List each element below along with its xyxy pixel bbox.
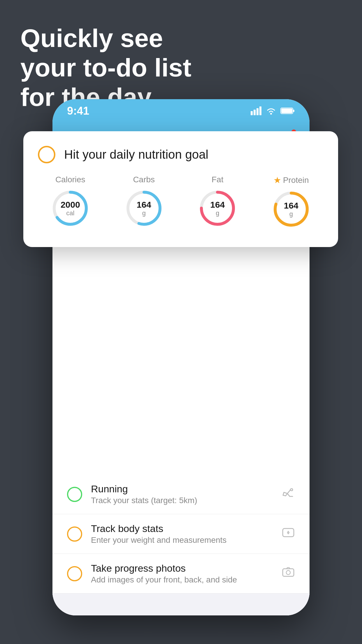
todo-sub-progress-photos: Add images of your front, back, and side — [91, 575, 273, 584]
todo-item-progress-photos[interactable]: Take progress photos Add images of your … — [52, 554, 310, 594]
svg-rect-6 — [293, 110, 294, 112]
photo-icon — [282, 566, 295, 581]
todo-sub-body-stats: Enter your weight and measurements — [91, 536, 273, 545]
status-bar: 9:41 — [52, 99, 310, 123]
wifi-icon — [266, 107, 276, 115]
protein-unit: g — [284, 210, 298, 218]
scale-icon — [282, 527, 295, 541]
fat-label: Fat — [212, 175, 223, 184]
todo-circle-body-stats — [67, 526, 82, 542]
status-time: 9:41 — [67, 105, 89, 117]
todo-item-body-stats[interactable]: Track body stats Enter your weight and m… — [52, 514, 310, 554]
todo-title-body-stats: Track body stats — [91, 523, 273, 534]
carbs-circle: 164 g — [124, 188, 164, 229]
nutrition-row: Calories 2000 cal Carbs — [38, 175, 324, 230]
calories-circle: 2000 cal — [50, 188, 91, 229]
todo-text-progress-photos: Take progress photos Add images of your … — [91, 563, 273, 584]
svg-rect-1 — [254, 110, 256, 115]
nutrition-item-calories: Calories 2000 cal — [50, 175, 91, 229]
carbs-value: 164 — [137, 200, 151, 209]
progress-section: MY PROGRESS Body Weight 100 kg — [52, 594, 310, 615]
status-icons — [251, 106, 295, 115]
calories-unit: cal — [61, 209, 80, 217]
protein-label: Protein — [283, 176, 309, 185]
carbs-unit: g — [137, 209, 151, 217]
todo-item-running[interactable]: Running Track your stats (target: 5km) — [52, 475, 310, 514]
todo-circle-running — [67, 487, 82, 502]
hero-text: Quickly see your to-do list for the day. — [20, 23, 191, 112]
svg-point-12 — [286, 570, 290, 575]
protein-value: 164 — [284, 201, 298, 210]
svg-rect-7 — [281, 108, 292, 113]
calories-value: 2000 — [61, 200, 80, 209]
protein-circle: 164 g — [271, 189, 312, 230]
todo-text-running: Running Track your stats (target: 5km) — [91, 483, 273, 505]
todo-list: Running Track your stats (target: 5km) T… — [52, 364, 310, 594]
calories-label: Calories — [55, 175, 85, 184]
svg-rect-0 — [251, 111, 253, 115]
floating-nutrition-card: Hit your daily nutrition goal Calories 2… — [23, 131, 338, 247]
protein-star-icon: ★ — [273, 175, 281, 185]
battery-icon — [280, 107, 295, 115]
nutrition-item-protein: ★ Protein 164 g — [271, 175, 312, 230]
fat-circle: 164 g — [197, 188, 238, 229]
svg-rect-3 — [259, 106, 261, 115]
todo-title-running: Running — [91, 483, 273, 495]
svg-rect-11 — [283, 569, 294, 576]
todo-title-progress-photos: Take progress photos — [91, 563, 273, 574]
todo-text-body-stats: Track body stats Enter your weight and m… — [91, 523, 273, 545]
svg-rect-2 — [256, 108, 259, 115]
fat-circle-value: 164 — [210, 200, 225, 209]
card-title-row: Hit your daily nutrition goal — [38, 146, 324, 163]
signal-icon — [251, 106, 262, 115]
nutrition-item-fat: Fat 164 g — [197, 175, 238, 229]
todo-circle-progress-photos — [67, 566, 82, 581]
carbs-label: Carbs — [133, 175, 155, 184]
nutrition-card-title: Hit your daily nutrition goal — [64, 148, 208, 162]
running-icon — [282, 487, 295, 501]
todo-sub-running: Track your stats (target: 5km) — [91, 496, 273, 505]
nutrition-circle-indicator — [38, 146, 55, 163]
protein-label-row: ★ Protein — [273, 175, 309, 185]
svg-point-4 — [270, 113, 272, 115]
nutrition-item-carbs: Carbs 164 g — [124, 175, 164, 229]
fat-circle-unit: g — [210, 209, 225, 217]
